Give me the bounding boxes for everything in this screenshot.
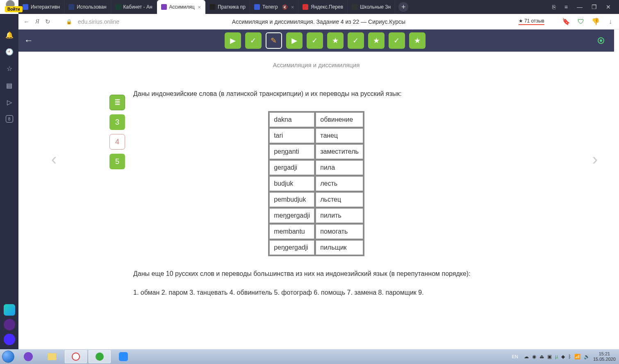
maximize-icon[interactable]: ❐ (592, 4, 597, 10)
indonesian-cell: peŋganti (269, 144, 314, 159)
new-tab-button[interactable]: + (398, 2, 408, 12)
taskbar-app-zoom[interactable] (112, 350, 134, 363)
russian-cell: пила (316, 160, 363, 175)
indonesian-cell: gergadji (269, 160, 314, 175)
address-bar: ← Я ↻ 🔒 edu.sirius.online Ассимиляция и … (18, 14, 619, 30)
progress-check-7[interactable]: ✓ (348, 32, 364, 49)
tab-8[interactable]: Школьные Зн (348, 0, 395, 14)
content-area: Ассимиляция и диссимиляция ‹ › ≣ 3 4 5 Д… (18, 52, 614, 349)
table-row: budjukлесть (269, 176, 363, 191)
table-row: pembudjukльстец (269, 192, 363, 207)
course-back-icon[interactable]: ← (24, 35, 33, 46)
russian-cell: пилить (316, 208, 363, 223)
lock-icon[interactable]: 🔒 (66, 19, 72, 25)
progress-star-8[interactable]: ★ (368, 32, 385, 49)
tray-network-icon[interactable]: 📶 (574, 354, 580, 359)
launcher-2-icon[interactable] (4, 319, 15, 330)
progress-star-6[interactable]: ★ (327, 32, 344, 49)
language-indicator[interactable]: EN (512, 354, 518, 359)
outro-text: Даны еще 10 русских слов и переводы боль… (133, 268, 499, 279)
extension-shield-icon[interactable]: 🛡 (577, 18, 585, 25)
course-header: ← ▶ ✓ ✎ ▶ ✓ ★ ✓ ★ ✓ ★ (18, 30, 614, 52)
indonesian-cell: tari (269, 128, 314, 143)
history-icon[interactable]: 🕘 (5, 48, 14, 56)
tab-7[interactable]: Яндекс.Перев (298, 0, 348, 14)
favicon-icon (254, 4, 260, 10)
section-title: Ассимиляция и диссимиляция (18, 61, 614, 68)
minimize-icon[interactable]: — (577, 4, 583, 10)
progress-check-9[interactable]: ✓ (389, 32, 405, 49)
progress-row: ▶ ✓ ✎ ▶ ✓ ★ ✓ ★ ✓ ★ (225, 32, 426, 49)
music-icon[interactable]: ▷ (7, 98, 12, 106)
mute-icon[interactable]: 🔇 (282, 5, 288, 10)
favorites-icon[interactable]: ☆ (7, 65, 12, 73)
tray-bluetooth-icon[interactable]: ᛒ (568, 354, 571, 359)
back-icon[interactable]: ← (23, 18, 30, 25)
launcher-1-icon[interactable] (4, 304, 15, 316)
close-window-icon[interactable]: ✕ (606, 4, 611, 10)
favicon-icon (303, 4, 308, 10)
menu-icon[interactable]: ≡ (564, 4, 568, 10)
start-button[interactable] (0, 349, 16, 364)
close-icon[interactable]: × (198, 4, 201, 10)
tab-1[interactable]: Интерактивн (18, 0, 64, 14)
table-row: meŋgergadjiпилить (269, 208, 363, 223)
progress-check-5[interactable]: ✓ (307, 32, 323, 49)
taskbar-app-browser[interactable] (65, 350, 87, 363)
tray-browser-icon[interactable]: ◉ (532, 354, 536, 359)
russian-cell: заместитель (316, 144, 363, 159)
indonesian-cell: budjuk (269, 176, 314, 191)
yandex-icon[interactable]: Я (35, 18, 39, 25)
bookmark-icon[interactable]: 🔖 (562, 18, 570, 25)
close-icon[interactable]: × (291, 4, 294, 10)
login-button[interactable]: Войти (5, 6, 23, 12)
taskbar-app-explorer[interactable] (41, 350, 63, 363)
rating-badge[interactable]: ★ 71 отзыв (519, 18, 544, 25)
taskbar-app-yandex[interactable] (17, 350, 39, 363)
launcher-3-icon[interactable] (4, 334, 15, 345)
progress-play-1[interactable]: ▶ (225, 32, 241, 49)
tray-shield-icon[interactable]: ◆ (561, 354, 565, 359)
feedback-icon[interactable]: 👎 (592, 18, 599, 25)
taskbar-app-utorrent[interactable] (89, 350, 111, 363)
indonesian-cell: dakna (269, 112, 314, 127)
favicon-icon (352, 4, 357, 10)
windows-icon (2, 350, 14, 363)
russian-cell: льстец (316, 192, 363, 207)
collections-icon[interactable]: ▤ (6, 82, 12, 89)
tab-3[interactable]: Кабинет - Ан (111, 0, 157, 14)
reload-icon[interactable]: ↻ (45, 18, 50, 25)
browser-tabs-bar: Интерактивн Использован Кабинет - Ан Асс… (18, 0, 619, 14)
russian-cell: обвинение (316, 112, 363, 127)
tray-volume-icon[interactable]: 🔊 (584, 354, 590, 359)
progress-play-4[interactable]: ▶ (286, 32, 303, 49)
favicon-icon (161, 4, 167, 10)
tray-usb-icon[interactable]: ⏏ (539, 354, 544, 359)
indonesian-cell: meŋgergadji (269, 208, 314, 223)
progress-check-2[interactable]: ✓ (245, 32, 262, 49)
russian-cell: пильщик (316, 240, 363, 255)
download-icon[interactable]: ↓ (607, 18, 614, 25)
pencil-icon: ✎ (271, 36, 277, 45)
progress-current-3[interactable]: ✎ (266, 32, 282, 49)
progress-star-10[interactable]: ★ (409, 32, 426, 49)
url-text[interactable]: edu.sirius.online (78, 18, 119, 25)
windows-taskbar: EN ☁ ◉ ⏏ ▣ µ ◆ ᛒ 📶 🔊 15:21 15.05.2020 (0, 349, 619, 364)
bell-icon[interactable]: 🔔 (5, 31, 14, 39)
tray-app-icon[interactable]: ▣ (547, 354, 552, 359)
tab-6[interactable]: Телегр🔇× (250, 0, 298, 14)
panel-icon[interactable]: ⎘ (552, 4, 555, 10)
russian-cell: помогать (316, 224, 363, 239)
status-indicator-icon[interactable] (598, 37, 604, 44)
indonesian-cell: pembudjuk (269, 192, 314, 207)
tab-2[interactable]: Использован (64, 0, 111, 14)
browser-sidebar: 🔔 🕘 ☆ ▤ ▷ 8 (0, 14, 18, 349)
intro-text: Даны индонезийские слова (в латинской тр… (133, 89, 499, 99)
tray-cloud-icon[interactable]: ☁ (524, 354, 529, 359)
badge-count[interactable]: 8 (6, 115, 13, 123)
table-row: gergadjiпила (269, 160, 363, 175)
taskbar-clock[interactable]: 15:21 15.05.2020 (593, 351, 616, 362)
tab-4-active[interactable]: Ассимиляц× (157, 0, 206, 14)
tray-utorrent-icon[interactable]: µ (555, 354, 558, 359)
tab-5[interactable]: Праткика пр (205, 0, 250, 14)
